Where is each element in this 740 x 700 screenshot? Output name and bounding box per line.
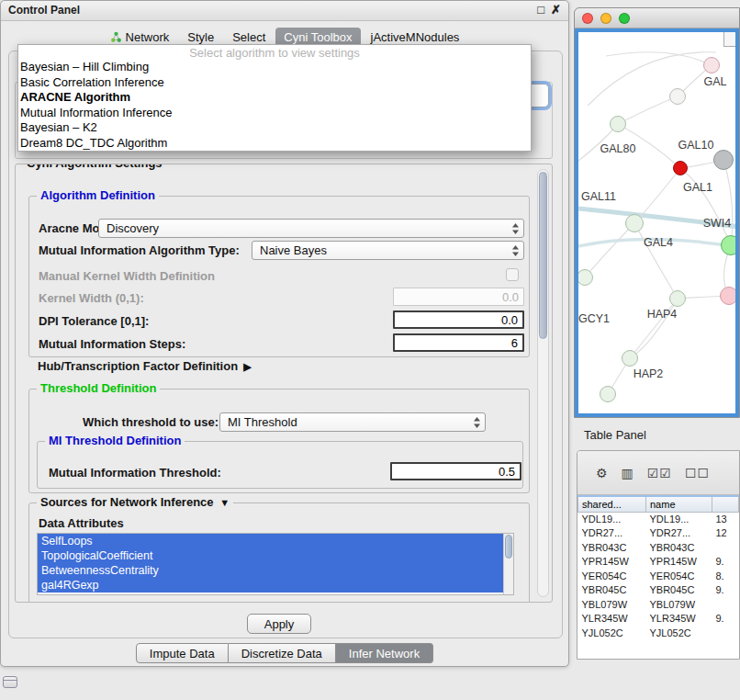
table-cell: YJL052C	[578, 626, 646, 640]
dropdown-item-aracne-algorithm[interactable]: ARACNE Algorithm	[18, 90, 531, 106]
manual-kernel-label: Manual Kernel Width Definition	[39, 269, 215, 283]
attribute-item-betweennesscentrality[interactable]: BetweennessCentrality	[38, 563, 513, 578]
expand-right-icon[interactable]: ▶	[243, 361, 251, 372]
threshold-type-combo[interactable]: MI Threshold	[219, 412, 486, 432]
attribute-item-selfloops[interactable]: SelfLoops	[38, 534, 513, 548]
dpi-tolerance-label: DPI Tolerance [0,1]:	[39, 314, 149, 328]
node-label-gal10: GAL10	[678, 139, 714, 152]
zoom-button[interactable]	[619, 13, 630, 24]
network-node-1[interactable]	[669, 88, 686, 105]
control-panel-titlebar[interactable]: Control Panel □ ✗	[1, 1, 568, 21]
network-canvas[interactable]: GALGAL80GAL10GAL11GAL1SWI4GAL4GCY1HAP4HA…	[575, 28, 739, 417]
collapsed-panel-icon[interactable]	[3, 676, 17, 688]
combo-arrows-icon	[473, 416, 481, 432]
table-cell: YDL19...	[578, 512, 646, 526]
dropdown-item-basic-correlation-inference[interactable]: Basic Correlation Inference	[18, 75, 531, 91]
list-scrollbar[interactable]	[503, 534, 513, 594]
column-header-shared-[interactable]: shared...	[578, 496, 646, 512]
dropdown-item-bayesian-k2[interactable]: Bayesian – K2	[18, 120, 531, 136]
table-cell	[712, 540, 739, 555]
network-node-4[interactable]	[713, 150, 734, 170]
table-cell: YER054C	[578, 569, 646, 583]
table-panel-title: Table Panel	[584, 428, 646, 442]
table-row[interactable]: YER054CYER054C8.	[578, 569, 739, 583]
network-node-11[interactable]	[600, 386, 616, 402]
table-row[interactable]: YPR145WYPR145W9.	[578, 555, 739, 570]
threshold-type-value: MI Threshold	[228, 415, 297, 429]
network-node-0[interactable]	[703, 57, 720, 73]
data-attributes-list[interactable]: SelfLoopsTopologicalCoefficientBetweenne…	[37, 533, 514, 595]
table-body: YDL19...YDL19...13YDR27...YDR27...12YBR0…	[578, 512, 739, 640]
table-row[interactable]: YBL079WYBL079W	[578, 597, 739, 612]
attribute-item-topologicalcoefficient[interactable]: TopologicalCoefficient	[38, 548, 513, 563]
node-label-swi4: SWI4	[703, 217, 732, 230]
uncheck-all-icon[interactable]: ☐☐	[685, 466, 710, 480]
network-node-9[interactable]	[622, 350, 638, 367]
table-row[interactable]: YJL052CYJL052C	[578, 626, 739, 640]
threshold-definition-group: Threshold Definition Which threshold to …	[28, 389, 530, 493]
list-scrollbar-thumb[interactable]	[505, 535, 512, 559]
check-all-icon[interactable]: ☑☑	[647, 466, 672, 480]
algorithm-definition-title: Algorithm Definition	[37, 188, 159, 202]
network-node-8[interactable]	[720, 287, 738, 305]
bottom-tab-discretize-data[interactable]: Discretize Data	[229, 643, 336, 663]
network-node-10[interactable]	[577, 269, 593, 286]
collapse-down-icon[interactable]: ▼	[219, 497, 230, 508]
tab-label: Style	[187, 30, 214, 44]
network-window-titlebar[interactable]	[575, 8, 739, 28]
table-cell: YJL052C	[646, 626, 712, 640]
network-node-2[interactable]	[610, 116, 626, 132]
table-cell: 9.	[712, 612, 739, 627]
settings-group-title: Cyni Algorithm Settings	[23, 164, 166, 170]
traffic-lights	[582, 13, 630, 24]
float-window-icon[interactable]: □	[537, 3, 544, 17]
table-cell: 9.	[712, 583, 739, 598]
hub-definition-expander[interactable]: Hub/Transcription Factor Definition▶	[38, 359, 252, 373]
mi-threshold-input[interactable]	[390, 462, 521, 480]
node-table[interactable]: shared...name YDL19...YDL19...13YDR27...…	[577, 495, 739, 640]
table-cell: YBL079W	[646, 597, 712, 612]
close-button[interactable]	[582, 13, 593, 24]
mi-type-combo[interactable]: Naive Bayes	[252, 241, 524, 260]
sources-title-text: Sources for Network Inference	[40, 495, 214, 509]
window-title: Control Panel	[8, 4, 80, 17]
mi-steps-input[interactable]	[393, 333, 524, 352]
which-threshold-label: Which threshold to use:	[83, 415, 219, 429]
table-row[interactable]: YDL19...YDL19...13	[578, 512, 739, 526]
column-header-2[interactable]	[712, 496, 739, 512]
network-node-5[interactable]	[625, 214, 644, 232]
table-row[interactable]: YLR345WYLR345W9.	[578, 612, 739, 627]
dropdown-item-dream8-dc-tdc-algorithm[interactable]: Dream8 DC_TDC Algorithm	[18, 136, 531, 152]
table-row[interactable]: YBR045CYBR045C9.	[578, 583, 739, 598]
bottom-tab-impute-data[interactable]: Impute Data	[136, 643, 229, 663]
mi-threshold-label: Mutual Information Threshold:	[49, 466, 221, 480]
settings-scrollbar[interactable]	[537, 169, 549, 597]
dpi-tolerance-input[interactable]	[393, 310, 524, 329]
table-cell: YBR045C	[646, 583, 712, 598]
table-row[interactable]: YDR27...YDR27...12	[578, 526, 739, 541]
network-node-7[interactable]	[669, 290, 686, 307]
dropdown-item-bayesian-hill-climbing[interactable]: Bayesian – Hill Climbing	[18, 60, 531, 75]
settings-scrollbar-thumb[interactable]	[539, 172, 547, 339]
settings-gear-icon[interactable]: ⚙	[596, 466, 609, 480]
close-icon[interactable]: ✗	[551, 3, 561, 17]
canvas-scroll-corner[interactable]	[723, 32, 735, 47]
column-header-name[interactable]: name	[646, 496, 712, 512]
dropdown-item-mutual-information-inference[interactable]: Mutual Information Inference	[18, 106, 531, 121]
minimize-button[interactable]	[600, 13, 611, 24]
network-node-3[interactable]	[673, 161, 688, 175]
table-cell: YBR043C	[646, 540, 712, 555]
table-row[interactable]: YBR043CYBR043C	[578, 540, 739, 555]
tab-label: Select	[232, 30, 265, 44]
apply-button[interactable]: Apply	[247, 614, 311, 634]
table-cell: YLR345W	[578, 612, 646, 627]
columns-icon[interactable]: ▥	[622, 466, 634, 480]
algorithm-dropdown-list: Bayesian – Hill ClimbingBasic Correlatio…	[18, 60, 531, 151]
mi-threshold-group: MI Threshold Definition Mutual Informati…	[37, 441, 523, 489]
node-label-hap2: HAP2	[633, 367, 664, 380]
node-label-gal1: GAL1	[683, 181, 712, 194]
bottom-tab-infer-network[interactable]: Infer Network	[336, 643, 433, 663]
aracne-mode-combo[interactable]: Discovery	[98, 219, 524, 238]
attribute-item-gal4rgexp[interactable]: gal4RGexp	[38, 578, 513, 593]
network-node-6[interactable]	[721, 235, 739, 255]
